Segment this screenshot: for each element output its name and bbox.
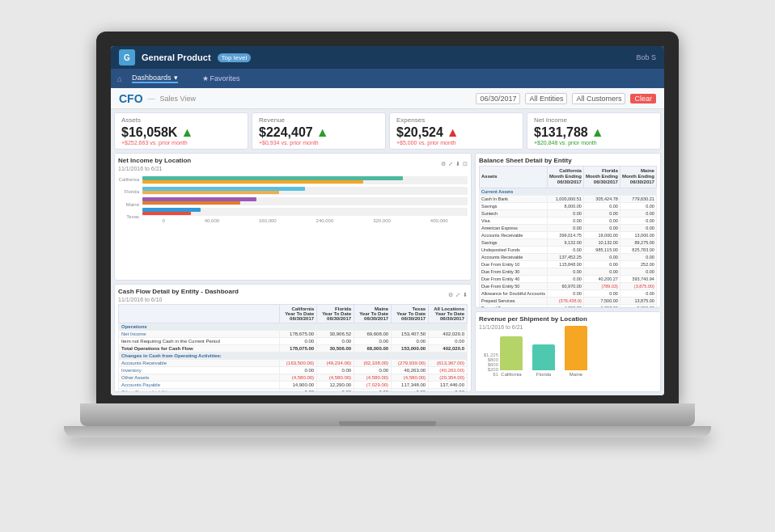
app-logo: G: [119, 49, 135, 65]
customer-filter[interactable]: All Customers: [572, 93, 625, 104]
cf-cell-9-0[interactable]: Other Current Liabilities: [119, 389, 280, 392]
cf-filter-icon[interactable]: ⚙: [448, 292, 453, 298]
kpi-assets-value: $16,058K: [121, 125, 177, 140]
bs-cell-1-1: 1,000,000.51: [547, 195, 583, 202]
filter-icon[interactable]: ⚙: [441, 161, 446, 167]
bs-cell-7-0[interactable]: Savings: [480, 239, 548, 246]
bs-cell-2-3: 0.00: [620, 202, 656, 209]
bs-row-13: Due From Entity 5060,970.00(789.03)(3,87…: [480, 282, 658, 289]
bs-cell-4-2: 0.00: [583, 217, 620, 224]
balance-sheet-tbody: Current AssetsCash In Bank1,000,000.5130…: [480, 188, 658, 308]
cf-download-icon[interactable]: ⬇: [463, 292, 468, 298]
x-label-5: 400,000: [430, 218, 448, 223]
bs-cell-14-1: 0.00: [547, 289, 583, 297]
kpi-assets: Assets $16,058K ▲ +$252,663 vs. prior mo…: [114, 112, 248, 150]
bs-cell-0-0: Current Assets: [480, 188, 548, 195]
cf-cell-6-0[interactable]: Inventory: [119, 367, 280, 374]
kpi-expenses-label: Expenses: [396, 116, 516, 124]
bs-cell-2-2: 0.00: [583, 202, 620, 209]
bs-cell-13-0[interactable]: Due From Entity 50: [480, 282, 548, 289]
bs-cell-15-2: 7,500.00: [583, 297, 620, 304]
cash-flow-tbody: OperationsNet Income178,675.0030,906.526…: [119, 323, 468, 392]
revenue-chart-title: Revenue per Shipment by Location: [479, 315, 587, 323]
cf-cell-1-3: 69,608.00: [354, 331, 392, 338]
bs-col-4: Month En06/30/: [656, 167, 657, 188]
main-content: Assets $16,058K ▲ +$252,663 vs. prior mo…: [111, 109, 664, 395]
kpi-expenses-arrow: ▲: [447, 125, 459, 140]
bs-cell-12-4: 827.83: [656, 275, 657, 282]
home-icon[interactable]: ⌂: [117, 74, 122, 83]
cf-cell-9-4: 0.00: [392, 389, 429, 392]
bs-row-15: Prepaid Services(376,438.9)7,500.0013,87…: [480, 297, 658, 304]
nav-favorites[interactable]: ★ Favorites: [202, 74, 240, 82]
bs-row-12: Due From Entity 400.0040,200.27393,740.9…: [480, 275, 658, 282]
bar-fill-3b: [142, 212, 191, 215]
cf-cell-5-0[interactable]: Accounts Receivable: [119, 360, 280, 367]
kpi-expenses-value: $20,524: [396, 125, 443, 140]
bar-container-0: [142, 176, 468, 184]
bs-cell-5-0[interactable]: American Express: [480, 224, 548, 231]
bs-cell-10-3: 252.00: [620, 260, 656, 268]
cf-row-3: Total Operations for Cash Flow178,075.00…: [119, 345, 468, 353]
cf-cell-0-3: [354, 323, 392, 331]
bs-cell-9-0[interactable]: Accounts Receivable: [480, 253, 548, 260]
cf-cell-9-3: 0.00: [354, 389, 392, 392]
cf-cell-1-0[interactable]: Net Income: [119, 331, 280, 338]
bs-cell-6-0[interactable]: Accounts Receivable: [480, 231, 548, 239]
bs-col-2: FloridaMonth Ending06/30/2017: [583, 167, 620, 188]
bs-cell-8-0[interactable]: Undeposited Funds: [480, 246, 548, 253]
fullscreen-icon[interactable]: ⊡: [463, 161, 468, 167]
charts-row: Net Income by Location 11/1/2016 to 6/21…: [114, 153, 661, 392]
cf-row-0: Operations: [119, 323, 468, 331]
bs-cell-10-2: 0.00: [583, 260, 620, 268]
cash-flow-thead-row: CaliforniaYear To Date06/30/2017 Florida…: [119, 305, 468, 323]
bs-cell-16-0[interactable]: Prepaid Expenses: [480, 304, 548, 308]
bs-cell-15-0[interactable]: Prepaid Services: [480, 297, 548, 304]
bs-cell-3-0[interactable]: Suntech: [480, 209, 548, 217]
hbar-label-2: Maine: [118, 202, 139, 207]
hbar-label-1: Florida: [118, 189, 139, 194]
expand-icon[interactable]: ⤢: [448, 161, 453, 167]
bs-cell-1-0[interactable]: Cash In Bank: [480, 195, 548, 202]
bs-cell-10-0[interactable]: Due From Entity 10: [480, 260, 548, 268]
bs-cell-12-0[interactable]: Due From Entity 40: [480, 275, 548, 282]
bs-cell-15-4: 0.0: [656, 297, 657, 304]
cf-row-8: Accounts Payable14,900.0012,290.00(7,029…: [119, 382, 468, 389]
bs-cell-11-0[interactable]: Due From Entity 30: [480, 268, 548, 275]
bs-cell-0-3: [620, 188, 656, 195]
cf-cell-7-0[interactable]: Other Assets: [119, 374, 280, 382]
bs-cell-1-4: 1,300.5: [656, 195, 657, 202]
kpi-expenses-value-row: $20,524 ▲: [396, 125, 516, 140]
clear-button[interactable]: Clear: [630, 94, 656, 103]
company-name: General Product: [142, 53, 211, 62]
bs-row-0: Current Assets: [480, 188, 658, 195]
cf-col-3: MaineYear To Date06/30/2017: [354, 305, 392, 323]
bar-container-1: [142, 187, 468, 195]
cf-cell-8-2: 12,290.00: [317, 382, 354, 389]
cf-cell-8-0[interactable]: Accounts Payable: [119, 382, 280, 389]
cf-cell-3-1: 178,075.00: [280, 345, 317, 353]
rev-bar-me-label: Maine: [570, 372, 582, 377]
cf-cell-9-5: 0.00: [429, 389, 468, 392]
bs-cell-4-0[interactable]: Visa: [480, 217, 548, 224]
entity-filter[interactable]: All Entities: [525, 93, 567, 104]
cf-cell-7-2: (4,580.00): [317, 374, 354, 382]
bs-cell-9-2: 0.00: [583, 253, 620, 260]
bs-cell-2-0[interactable]: Savings: [480, 202, 548, 209]
nav-dashboards[interactable]: Dashboards ▾: [132, 74, 178, 83]
date-filter[interactable]: 06/30/2017: [476, 93, 520, 104]
cf-cell-7-3: (4,580.00): [354, 374, 392, 382]
page-subtitle: Sales View: [160, 95, 196, 103]
bs-cell-14-4: 0.0: [656, 289, 657, 297]
rev-bar-california: California: [500, 336, 523, 377]
bs-cell-14-0[interactable]: Allowance for Doubtful Accounts: [480, 289, 548, 297]
cf-cell-9-2: 0.00: [317, 389, 354, 392]
kpi-assets-arrow: ▲: [180, 125, 193, 140]
hbar-label-0: California: [118, 177, 139, 182]
bs-row-6: Accounts Receivable399,014.7519,000.0013…: [480, 231, 658, 239]
x-label-0: 0: [162, 218, 164, 223]
download-icon[interactable]: ⬇: [455, 161, 460, 167]
x-label-4: 320,000: [373, 218, 391, 223]
cf-cell-2-1: 0.00: [280, 338, 317, 345]
cf-expand-icon[interactable]: ⤢: [455, 292, 460, 298]
